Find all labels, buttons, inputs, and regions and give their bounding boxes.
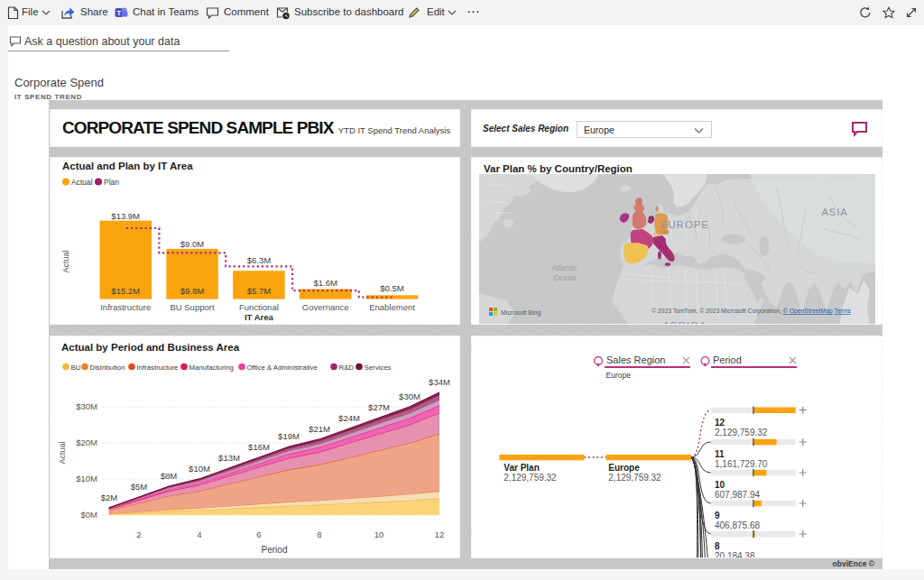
svg-text:Var Plan: Var Plan bbox=[504, 463, 539, 473]
svg-text:$9.8M: $9.8M bbox=[180, 286, 204, 296]
svg-text:$9.0M: $9.0M bbox=[180, 239, 204, 249]
svg-text:Europe: Europe bbox=[608, 463, 640, 473]
svg-text:Actual: Actual bbox=[58, 441, 67, 464]
svg-text:9: 9 bbox=[715, 511, 720, 520]
svg-text:8: 8 bbox=[715, 541, 720, 551]
svg-text:$21M: $21M bbox=[309, 424, 330, 434]
svg-text:Distribution: Distribution bbox=[90, 364, 125, 372]
svg-text:Actual by Period and Business: Actual by Period and Business Area bbox=[61, 342, 240, 353]
svg-text:$5.7M: $5.7M bbox=[247, 286, 271, 296]
svg-text:$6.3M: $6.3M bbox=[247, 255, 271, 265]
svg-text:$30M: $30M bbox=[76, 401, 97, 411]
svg-text:$0M: $0M bbox=[81, 510, 98, 520]
svg-text:$1.6M: $1.6M bbox=[313, 278, 337, 288]
svg-text:2,129,759.32: 2,129,759.32 bbox=[504, 473, 557, 483]
svg-text:Governance: Governance bbox=[302, 302, 349, 312]
svg-text:Europe: Europe bbox=[606, 371, 632, 380]
svg-text:Microsoft Bing: Microsoft Bing bbox=[501, 309, 541, 317]
svg-text:2,129,759.32: 2,129,759.32 bbox=[608, 473, 661, 483]
svg-text:$15.2M: $15.2M bbox=[111, 286, 140, 296]
svg-text:11: 11 bbox=[715, 449, 725, 459]
svg-text:$30M: $30M bbox=[399, 391, 420, 401]
svg-text:$13M: $13M bbox=[218, 453, 240, 463]
svg-text:10: 10 bbox=[374, 529, 384, 539]
svg-text:$8M: $8M bbox=[161, 471, 178, 481]
svg-text:$20M: $20M bbox=[76, 437, 97, 447]
svg-text:Infrastructure: Infrastructure bbox=[100, 302, 151, 312]
svg-text:T: T bbox=[117, 9, 122, 17]
svg-text:Office & Administrative: Office & Administrative bbox=[247, 364, 318, 372]
svg-text:$10M: $10M bbox=[189, 464, 210, 474]
svg-text:Functional: Functional bbox=[239, 302, 279, 312]
svg-text:Services: Services bbox=[365, 364, 392, 372]
svg-text:IT Area: IT Area bbox=[245, 312, 274, 322]
svg-text:R&D: R&D bbox=[339, 364, 355, 372]
svg-text:$19M: $19M bbox=[278, 431, 300, 441]
svg-text:EUROPE: EUROPE bbox=[661, 219, 709, 230]
svg-text:Period: Period bbox=[713, 354, 742, 365]
svg-text:Actual: Actual bbox=[71, 178, 93, 187]
svg-text:$10M: $10M bbox=[76, 474, 97, 483]
svg-text:$16M: $16M bbox=[248, 442, 270, 452]
svg-text:© 2023 TomTom, © 2023 Microsof: © 2023 TomTom, © 2023 Microsoft Corporat… bbox=[651, 308, 852, 315]
svg-text:4: 4 bbox=[197, 529, 201, 539]
svg-text:$2M: $2M bbox=[101, 493, 118, 502]
svg-text:6: 6 bbox=[256, 529, 261, 539]
svg-text:12: 12 bbox=[715, 418, 725, 428]
svg-text:$24M: $24M bbox=[338, 413, 360, 423]
svg-text:Actual and Plan by IT Area: Actual and Plan by IT Area bbox=[62, 161, 193, 171]
svg-text:BU: BU bbox=[71, 364, 81, 372]
svg-text:Ocean: Ocean bbox=[553, 273, 576, 282]
svg-text:$34M: $34M bbox=[429, 377, 450, 387]
svg-text:607,987.94: 607,987.94 bbox=[715, 490, 760, 500]
svg-text:2: 2 bbox=[136, 529, 141, 539]
svg-text:Infrastructure: Infrastructure bbox=[137, 364, 179, 372]
svg-text:Manufacturing: Manufacturing bbox=[189, 364, 234, 372]
svg-text:Enablement: Enablement bbox=[369, 302, 415, 312]
svg-text:Period: Period bbox=[262, 545, 288, 555]
svg-text:8: 8 bbox=[317, 529, 321, 539]
svg-text:Plan: Plan bbox=[104, 178, 119, 187]
svg-text:BU Support: BU Support bbox=[170, 302, 214, 312]
svg-text:12: 12 bbox=[435, 529, 445, 539]
svg-text:$13.9M: $13.9M bbox=[111, 211, 140, 221]
svg-text:10: 10 bbox=[715, 480, 725, 490]
svg-text:Sales Region: Sales Region bbox=[606, 354, 665, 365]
svg-text:2,129,759.32: 2,129,759.32 bbox=[715, 428, 768, 437]
svg-text:Actual: Actual bbox=[61, 250, 70, 272]
svg-text:ASIA: ASIA bbox=[821, 207, 847, 217]
svg-text:$0.5M: $0.5M bbox=[380, 283, 403, 293]
svg-text:1,161,729.70: 1,161,729.70 bbox=[715, 459, 768, 469]
svg-text:$27M: $27M bbox=[368, 402, 390, 412]
svg-text:406,875.68: 406,875.68 bbox=[715, 520, 760, 530]
svg-text:$5M: $5M bbox=[131, 482, 148, 492]
svg-text:AFRICA: AFRICA bbox=[662, 320, 707, 324]
svg-text:Atlantic: Atlantic bbox=[552, 263, 578, 272]
svg-text:20,184.38: 20,184.38 bbox=[715, 551, 755, 558]
